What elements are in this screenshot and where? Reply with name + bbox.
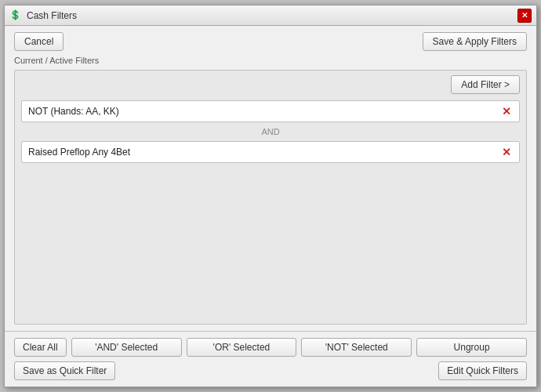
title-bar-left: 💲 Cash Filters	[9, 9, 77, 22]
bottom-row-2: Save as Quick Filter Edit Quick Filters	[14, 361, 527, 380]
ungroup-button[interactable]: Ungroup	[416, 338, 527, 357]
filter-text-2: Raised Preflop Any 4Bet	[28, 147, 500, 158]
top-toolbar: Cancel Save & Apply Filters	[14, 32, 527, 51]
add-filter-row: Add Filter >	[15, 71, 526, 97]
and-separator: AND	[15, 125, 526, 138]
edit-quick-filters-button[interactable]: Edit Quick Filters	[438, 361, 527, 380]
close-button[interactable]: ✕	[517, 9, 532, 23]
or-selected-button[interactable]: 'OR' Selected	[187, 338, 297, 357]
bottom-row-1: Clear All 'AND' Selected 'OR' Selected '…	[14, 338, 527, 357]
not-selected-button[interactable]: 'NOT' Selected	[301, 338, 412, 357]
save-quick-filter-button[interactable]: Save as Quick Filter	[14, 361, 115, 380]
filter-remove-button-1[interactable]: ✕	[500, 106, 513, 117]
save-apply-button[interactable]: Save & Apply Filters	[423, 32, 527, 51]
cancel-button[interactable]: Cancel	[14, 32, 64, 51]
filter-area: Add Filter > NOT (Hands: AA, KK) ✕ AND R…	[14, 70, 527, 325]
filter-text-1: NOT (Hands: AA, KK)	[28, 106, 500, 117]
add-filter-button[interactable]: Add Filter >	[451, 75, 520, 94]
title-bar: 💲 Cash Filters ✕	[5, 5, 536, 26]
window-icon: 💲	[9, 9, 22, 22]
filter-row: NOT (Hands: AA, KK) ✕	[21, 100, 520, 122]
and-selected-button[interactable]: 'AND' Selected	[71, 338, 182, 357]
window-title: Cash Filters	[27, 10, 77, 21]
filter-remove-button-2[interactable]: ✕	[500, 147, 513, 158]
filter-row: Raised Preflop Any 4Bet ✕	[21, 141, 520, 163]
bottom-bar: Clear All 'AND' Selected 'OR' Selected '…	[5, 331, 536, 387]
cash-filters-window: 💲 Cash Filters ✕ Cancel Save & Apply Fil…	[4, 5, 537, 387]
filters-section-label: Current / Active Filters	[14, 56, 527, 65]
clear-all-button[interactable]: Clear All	[14, 338, 67, 357]
main-content: Cancel Save & Apply Filters Current / Ac…	[5, 26, 536, 331]
